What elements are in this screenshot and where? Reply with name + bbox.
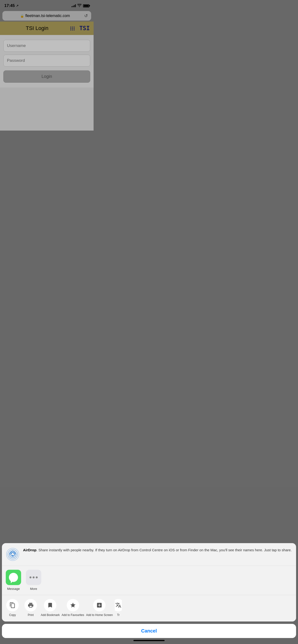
- share-sheet-overlay: AirDrop. Share instantly with people nea…: [0, 0, 94, 202]
